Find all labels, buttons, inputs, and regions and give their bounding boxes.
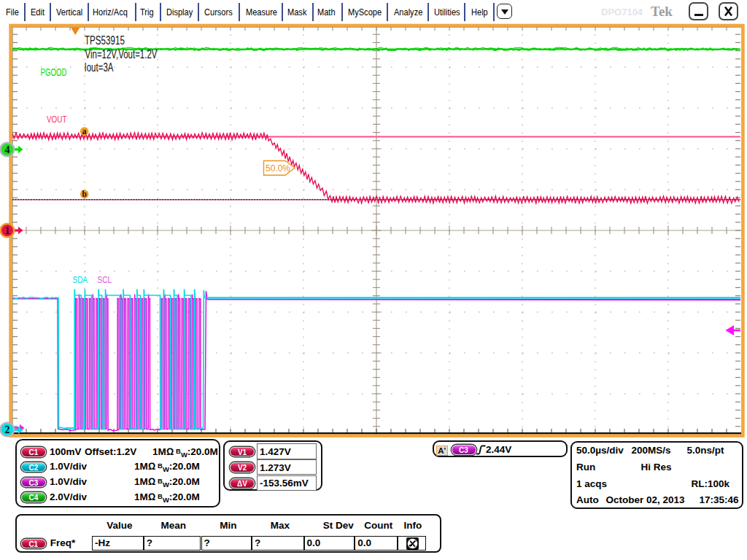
svg-text:Iout=3A: Iout=3A: [85, 61, 114, 74]
svg-text:2: 2: [5, 424, 10, 435]
svg-text:4: 4: [5, 144, 10, 155]
svg-text:50.0%: 50.0%: [266, 163, 290, 174]
svg-text:VOUT: VOUT: [47, 114, 67, 125]
svg-text:SDA: SDA: [73, 274, 88, 285]
svg-text:a: a: [82, 127, 87, 136]
svg-text:b: b: [82, 190, 86, 198]
svg-text:TPS53915: TPS53915: [85, 34, 125, 47]
svg-text:Vin=12V,Vout=1.2V: Vin=12V,Vout=1.2V: [85, 47, 158, 61]
svg-text:PGOOD: PGOOD: [41, 66, 67, 78]
svg-text:SCL: SCL: [98, 274, 112, 285]
svg-text:1: 1: [5, 225, 10, 236]
